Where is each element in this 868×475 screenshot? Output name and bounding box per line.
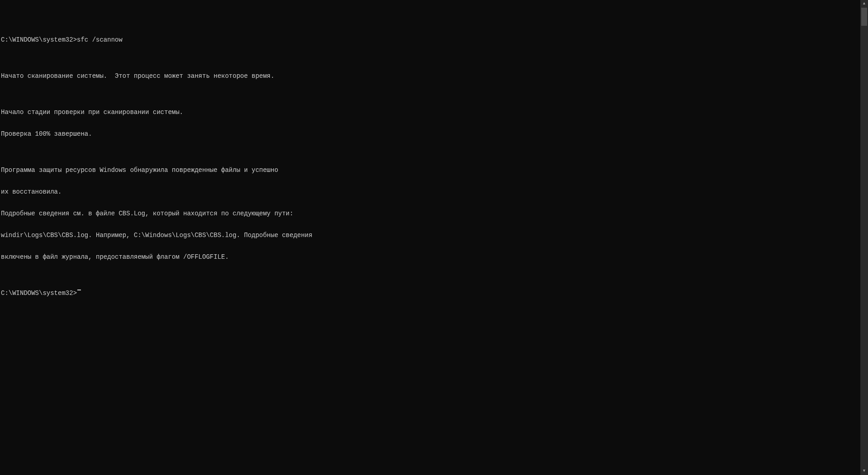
entered-command: sfc /scannow — [77, 36, 123, 43]
output-line: включены в файл журнала, предоставляемый… — [1, 253, 859, 261]
command-line: C:\WINDOWS\system32>sfc /scannow — [1, 36, 859, 43]
scroll-thumb[interactable] — [861, 8, 867, 26]
output-line: Начало стадии проверки при сканировании … — [1, 109, 859, 116]
output-line: Программа защиты ресурсов Windows обнару… — [1, 166, 859, 174]
console-output-area[interactable]: C:\WINDOWS\system32>sfc /scannow Начато … — [0, 0, 860, 475]
output-line: их восстановила. — [1, 188, 859, 195]
prompt-path: C:\WINDOWS\system32> — [1, 290, 77, 297]
output-line: windir\Logs\CBS\CBS.log. Например, C:\Wi… — [1, 232, 859, 239]
scroll-track[interactable] — [860, 8, 868, 467]
remnant-line — [1, 14, 859, 22]
text-cursor — [77, 290, 81, 290]
vertical-scrollbar[interactable]: ▲ ▼ — [860, 0, 868, 475]
output-line: Проверка 100% завершена. — [1, 130, 859, 138]
current-prompt[interactable]: C:\WINDOWS\system32> — [1, 290, 859, 297]
output-line: Начато сканирование системы. Этот процес… — [1, 72, 859, 80]
scroll-down-button[interactable]: ▼ — [860, 467, 868, 475]
chevron-down-icon: ▼ — [863, 469, 865, 473]
command-prompt-window: C:\WINDOWS\system32>sfc /scannow Начато … — [0, 0, 868, 475]
chevron-up-icon: ▲ — [863, 2, 865, 6]
output-line: Подробные сведения см. в файле CBS.Log, … — [1, 210, 859, 217]
scroll-up-button[interactable]: ▲ — [860, 0, 868, 8]
prompt-path: C:\WINDOWS\system32> — [1, 36, 77, 43]
